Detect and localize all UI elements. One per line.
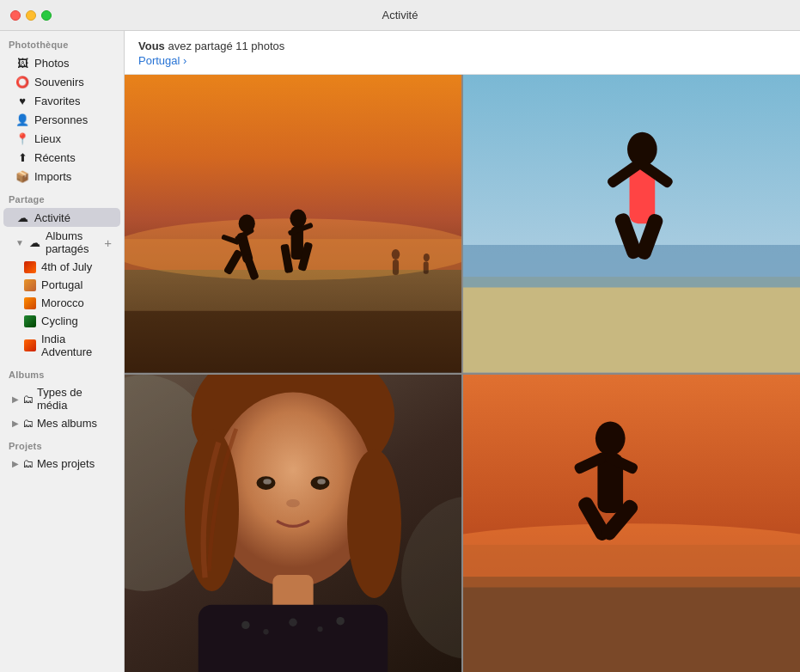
personnes-icon: 👤 bbox=[15, 113, 29, 126]
expand-icon: ▶ bbox=[12, 394, 19, 404]
portrait-svg bbox=[125, 375, 461, 673]
add-album-button[interactable]: + bbox=[104, 236, 112, 249]
activity-shared-text: Vous avez partagé 11 photos bbox=[138, 40, 786, 52]
svg-point-10 bbox=[290, 210, 306, 229]
section-label-phototheque: Photothèque bbox=[0, 31, 124, 53]
svg-point-54 bbox=[317, 626, 322, 631]
sidebar-item-photos-label: Photos bbox=[34, 57, 69, 70]
right-column bbox=[463, 75, 800, 672]
svg-rect-16 bbox=[393, 260, 399, 275]
sidebar-item-imports[interactable]: 📦 Imports bbox=[3, 167, 120, 186]
album-thumb-morocco bbox=[24, 297, 36, 309]
types-de-media-icon: 🗂 bbox=[22, 393, 34, 406]
mes-projets-icon: 🗂 bbox=[22, 457, 34, 470]
svg-rect-18 bbox=[424, 261, 429, 273]
shared-albums-label: Albums partagés bbox=[46, 229, 99, 255]
sidebar-item-photos[interactable]: 🖼 Photos bbox=[3, 53, 120, 72]
mes-albums-icon: 🗂 bbox=[22, 417, 34, 430]
album-label-india: India Adventure bbox=[41, 333, 112, 358]
activity-shared-detail: avez partagé 11 photos bbox=[168, 40, 284, 52]
album-thumb-india bbox=[24, 339, 36, 351]
close-button[interactable] bbox=[10, 10, 21, 21]
photo-beach-dance[interactable] bbox=[125, 75, 461, 373]
triangle-icon: ▼ bbox=[15, 238, 24, 247]
sidebar-item-lieux[interactable]: 📍 Lieux bbox=[3, 129, 120, 148]
album-thumb-4th-july bbox=[24, 261, 36, 273]
traffic-lights bbox=[10, 10, 52, 21]
recents-icon: ⬆ bbox=[15, 150, 29, 164]
maximize-button[interactable] bbox=[41, 10, 52, 21]
svg-rect-21 bbox=[463, 277, 800, 372]
svg-rect-50 bbox=[198, 604, 388, 672]
minimize-button[interactable] bbox=[26, 10, 36, 21]
svg-point-51 bbox=[241, 620, 249, 628]
svg-point-57 bbox=[347, 449, 401, 597]
sidebar: Photothèque 🖼 Photos ⭕ Souvenirs ♥ Favor… bbox=[0, 31, 125, 672]
photo-sunset-jump[interactable] bbox=[463, 375, 800, 673]
sidebar-item-activite-label: Activité bbox=[34, 211, 70, 224]
sidebar-item-recents-label: Récents bbox=[34, 151, 76, 164]
album-item-4th-july[interactable]: 4th of July bbox=[3, 258, 120, 276]
svg-point-17 bbox=[424, 254, 430, 262]
album-label-cycling: Cycling bbox=[41, 315, 78, 327]
svg-point-33 bbox=[595, 421, 626, 455]
titlebar: Activité bbox=[0, 0, 800, 31]
activity-vous: Vous bbox=[138, 40, 165, 52]
sidebar-item-personnes-label: Personnes bbox=[34, 113, 88, 126]
sidebar-item-lieux-label: Lieux bbox=[34, 132, 61, 145]
svg-rect-32 bbox=[463, 545, 800, 588]
album-item-portugal[interactable]: Portugal bbox=[3, 276, 120, 294]
beach-dance-svg bbox=[125, 75, 461, 373]
favorites-icon: ♥ bbox=[15, 94, 29, 107]
main-content: Vous avez partagé 11 photos Portugal bbox=[125, 31, 800, 672]
types-de-media-label: Types de média bbox=[37, 386, 112, 412]
sidebar-item-activite[interactable]: ☁ Activité bbox=[3, 208, 120, 227]
jump-svg bbox=[463, 75, 800, 373]
svg-point-15 bbox=[392, 249, 400, 260]
album-item-cycling[interactable]: Cycling bbox=[3, 312, 120, 330]
svg-point-55 bbox=[336, 616, 344, 624]
svg-point-46 bbox=[263, 479, 271, 484]
svg-point-48 bbox=[286, 498, 300, 506]
sidebar-item-souvenirs-label: Souvenirs bbox=[34, 76, 84, 89]
sidebar-item-favorites[interactable]: ♥ Favorites bbox=[3, 91, 120, 110]
photo-jump[interactable] bbox=[463, 75, 800, 373]
sidebar-item-souvenirs[interactable]: ⭕ Souvenirs bbox=[3, 72, 120, 91]
section-label-albums: Albums bbox=[0, 361, 124, 383]
svg-point-56 bbox=[185, 429, 239, 591]
activity-album-link[interactable]: Portugal bbox=[138, 54, 786, 67]
shared-albums-icon: ☁ bbox=[29, 236, 40, 249]
svg-point-47 bbox=[317, 479, 325, 484]
photo-grid bbox=[125, 75, 800, 672]
sidebar-item-types-de-media[interactable]: ▶ 🗂 Types de média bbox=[3, 383, 120, 414]
expand-icon-3: ▶ bbox=[12, 459, 19, 468]
imports-icon: 📦 bbox=[15, 169, 29, 183]
activity-header: Vous avez partagé 11 photos Portugal bbox=[125, 31, 800, 75]
sidebar-item-mes-projets[interactable]: ▶ 🗂 Mes projets bbox=[3, 455, 120, 473]
svg-rect-31 bbox=[463, 577, 800, 672]
photo-portrait[interactable] bbox=[125, 375, 461, 673]
lieux-icon: 📍 bbox=[15, 131, 29, 145]
svg-point-53 bbox=[289, 618, 296, 626]
album-label-portugal: Portugal bbox=[41, 278, 82, 291]
album-item-morocco[interactable]: Morocco bbox=[3, 294, 120, 312]
album-label-morocco: Morocco bbox=[41, 296, 84, 309]
mes-projets-label: Mes projets bbox=[37, 457, 95, 470]
expand-icon-2: ▶ bbox=[12, 418, 19, 428]
sidebar-item-imports-label: Imports bbox=[34, 170, 71, 183]
album-item-india[interactable]: India Adventure bbox=[3, 330, 120, 361]
mes-albums-label: Mes albums bbox=[37, 417, 97, 430]
sidebar-item-favorites-label: Favorites bbox=[34, 95, 80, 107]
sidebar-item-personnes[interactable]: 👤 Personnes bbox=[3, 110, 120, 129]
app-body: Photothèque 🖼 Photos ⭕ Souvenirs ♥ Favor… bbox=[0, 31, 800, 672]
svg-point-52 bbox=[263, 629, 268, 634]
sidebar-item-mes-albums[interactable]: ▶ 🗂 Mes albums bbox=[3, 414, 120, 432]
sidebar-item-recents[interactable]: ⬆ Récents bbox=[3, 148, 120, 167]
souvenirs-icon: ⭕ bbox=[15, 75, 29, 89]
section-label-partage: Partage bbox=[0, 186, 124, 208]
sunset-jump-svg bbox=[463, 375, 800, 673]
album-thumb-cycling bbox=[24, 315, 36, 327]
section-label-projets: Projets bbox=[0, 432, 124, 455]
svg-rect-19 bbox=[125, 311, 461, 373]
shared-albums-row[interactable]: ▼ ☁ Albums partagés + bbox=[3, 227, 120, 258]
